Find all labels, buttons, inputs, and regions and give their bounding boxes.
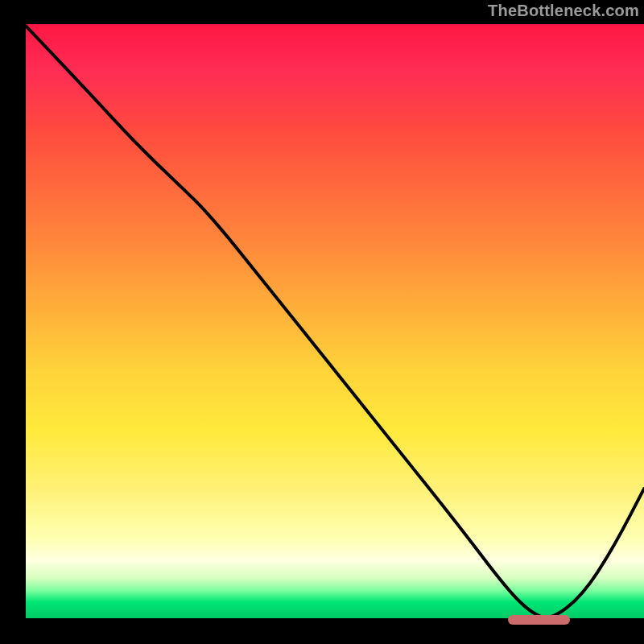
watermark-text: TheBottleneck.com bbox=[488, 2, 639, 20]
flat-segment-marker bbox=[508, 615, 570, 625]
chart-container: TheBottleneck.com bbox=[0, 0, 644, 644]
y-axis bbox=[23, 23, 26, 621]
gradient-background bbox=[24, 24, 644, 620]
